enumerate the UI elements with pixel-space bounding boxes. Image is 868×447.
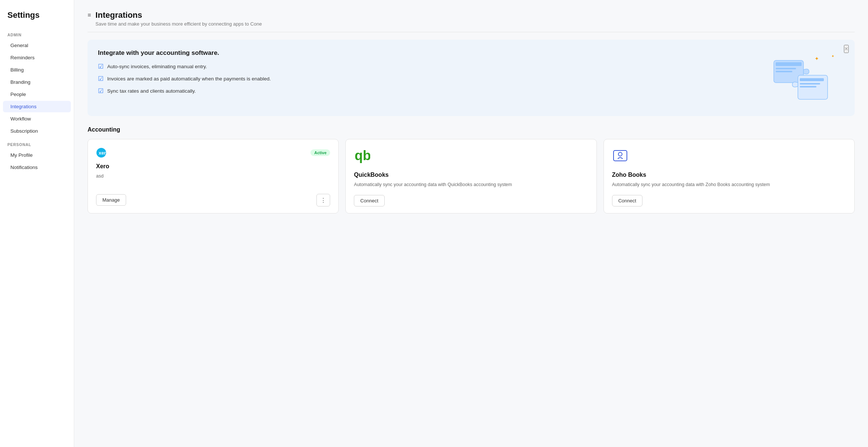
xero-card: xero Active Xero asd Manage ⋮	[88, 139, 339, 213]
sidebar: Settings ADMIN General Reminders Billing…	[0, 0, 74, 447]
xero-card-header: xero Active	[96, 148, 330, 158]
check-circle-icon-3: ☑	[98, 87, 103, 95]
integration-cards: xero Active Xero asd Manage ⋮ qb Qu	[88, 139, 855, 213]
accounting-section-title: Accounting	[88, 126, 855, 133]
xero-manage-button[interactable]: Manage	[96, 194, 126, 206]
zoho-logo	[612, 148, 628, 166]
check-circle-icon-2: ☑	[98, 75, 103, 83]
personal-section-label: PERSONAL	[0, 137, 74, 149]
quickbooks-connect-button[interactable]: Connect	[354, 195, 384, 206]
sidebar-item-subscription[interactable]: Subscription	[3, 125, 71, 137]
sidebar-item-my-profile[interactable]: My Profile	[3, 149, 71, 161]
banner-left: Integrate with your accounting software.…	[98, 49, 271, 95]
admin-section-label: ADMIN	[0, 27, 74, 39]
sidebar-item-general[interactable]: General	[3, 40, 71, 51]
main-content: ≡ Integrations Save time and make your b…	[74, 0, 868, 447]
svg-rect-4	[776, 62, 802, 66]
hamburger-icon[interactable]: ≡	[88, 12, 91, 19]
quickbooks-name: QuickBooks	[354, 172, 588, 178]
zoho-name: Zoho Books	[612, 172, 846, 178]
svg-rect-6	[776, 71, 792, 72]
banner-close-button[interactable]: ×	[844, 45, 849, 53]
xero-actions: Manage ⋮	[96, 194, 330, 206]
header-divider	[88, 32, 855, 32]
quickbooks-actions: Connect	[354, 195, 588, 206]
svg-text:qb: qb	[355, 148, 370, 163]
sidebar-item-reminders[interactable]: Reminders	[3, 52, 71, 63]
page-header: ≡ Integrations Save time and make your b…	[88, 10, 855, 27]
xero-name: Xero	[96, 163, 330, 170]
zoho-card: Zoho Books Automatically sync your accou…	[604, 139, 855, 213]
banner-items: ☑ Auto-sync invoices, eliminating manual…	[98, 63, 271, 95]
quickbooks-card: qb QuickBooks Automatically sync your ac…	[345, 139, 596, 213]
sidebar-item-people[interactable]: People	[3, 89, 71, 100]
svg-rect-9	[800, 83, 820, 85]
svg-text:xero: xero	[99, 150, 109, 156]
sidebar-item-notifications[interactable]: Notifications	[3, 162, 71, 173]
banner-title: Integrate with your accounting software.	[98, 49, 271, 57]
sidebar-item-billing[interactable]: Billing	[3, 64, 71, 76]
svg-rect-10	[800, 86, 816, 87]
page-title: Integrations	[95, 10, 262, 20]
sidebar-item-workflow[interactable]: Workflow	[3, 113, 71, 125]
sidebar-item-integrations[interactable]: Integrations	[3, 101, 71, 112]
svg-text:✦: ✦	[831, 54, 834, 58]
check-circle-icon-1: ☑	[98, 63, 103, 70]
active-badge: Active	[310, 149, 330, 156]
page-subtitle: Save time and make your business more ef…	[95, 21, 262, 27]
svg-point-15	[618, 152, 622, 156]
svg-rect-5	[776, 68, 796, 69]
info-banner: Integrate with your accounting software.…	[88, 40, 855, 116]
zoho-card-header	[612, 148, 846, 166]
xero-more-button[interactable]: ⋮	[316, 194, 330, 206]
xero-desc: asd	[96, 173, 330, 187]
quickbooks-logo: qb	[354, 148, 370, 166]
svg-rect-8	[800, 78, 824, 81]
zoho-desc: Automatically sync your accounting data …	[612, 181, 846, 188]
banner-illustration: ✦ ✦ ✦	[763, 49, 844, 106]
banner-item-2: ☑ Invoices are marked as paid automatica…	[98, 75, 271, 83]
zoho-actions: Connect	[612, 195, 846, 206]
xero-logo: xero	[96, 148, 123, 158]
sidebar-item-branding[interactable]: Branding	[3, 76, 71, 88]
svg-text:✦: ✦	[815, 56, 819, 62]
zoho-connect-button[interactable]: Connect	[612, 195, 642, 206]
quickbooks-card-header: qb	[354, 148, 588, 166]
banner-item-3: ☑ Sync tax rates and clients automatical…	[98, 87, 271, 95]
sidebar-title: Settings	[0, 10, 74, 27]
banner-item-1: ☑ Auto-sync invoices, eliminating manual…	[98, 63, 271, 70]
quickbooks-desc: Automatically sync your accounting data …	[354, 181, 588, 188]
